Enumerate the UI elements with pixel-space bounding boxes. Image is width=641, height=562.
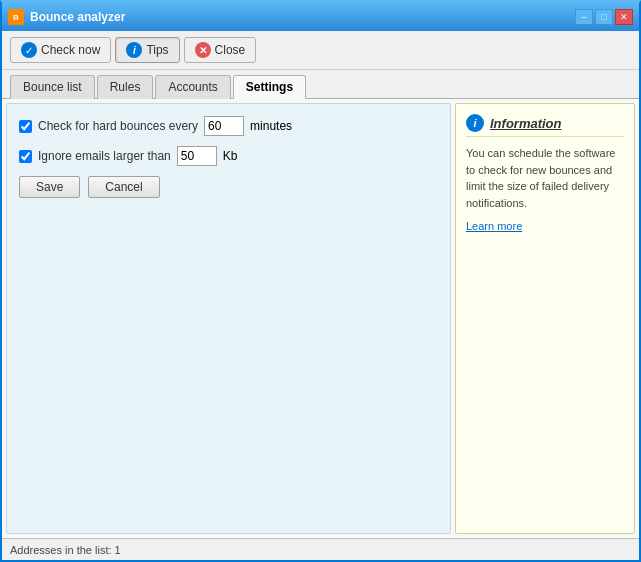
check-now-label: Check now xyxy=(41,43,100,57)
check-now-button[interactable]: ✓ Check now xyxy=(10,37,111,63)
ignore-emails-unit: Kb xyxy=(223,149,238,163)
check-now-icon: ✓ xyxy=(21,42,37,58)
tab-bounce-list[interactable]: Bounce list xyxy=(10,75,95,99)
status-text: Addresses in the list: 1 xyxy=(10,544,121,556)
window-controls: − □ ✕ xyxy=(575,9,633,25)
check-bounces-label: Check for hard bounces every xyxy=(38,119,198,133)
title-bar: B Bounce analyzer − □ ✕ xyxy=(2,3,639,31)
maximize-button[interactable]: □ xyxy=(595,9,613,25)
ignore-emails-input[interactable] xyxy=(177,146,217,166)
tab-settings[interactable]: Settings xyxy=(233,75,306,99)
tips-label: Tips xyxy=(146,43,168,57)
check-bounces-unit: minutes xyxy=(250,119,292,133)
content-area: Check for hard bounces every minutes Ign… xyxy=(2,99,639,538)
tab-accounts[interactable]: Accounts xyxy=(155,75,230,99)
check-bounces-checkbox[interactable] xyxy=(19,120,32,133)
main-window: B Bounce analyzer − □ ✕ ✓ Check now i Ti… xyxy=(0,0,641,562)
check-bounces-input[interactable] xyxy=(204,116,244,136)
learn-more-link[interactable]: Learn more xyxy=(466,220,522,232)
svg-text:B: B xyxy=(13,13,19,22)
minimize-button[interactable]: − xyxy=(575,9,593,25)
app-icon: B xyxy=(8,9,24,25)
tips-icon: i xyxy=(126,42,142,58)
window-title: Bounce analyzer xyxy=(30,10,575,24)
tab-bar: Bounce list Rules Accounts Settings xyxy=(2,70,639,99)
info-icon: i xyxy=(466,114,484,132)
info-title: Information xyxy=(490,116,562,131)
window-close-button[interactable]: ✕ xyxy=(615,9,633,25)
status-bar: Addresses in the list: 1 xyxy=(2,538,639,560)
ignore-emails-row: Ignore emails larger than Kb xyxy=(19,146,438,166)
close-icon: ✕ xyxy=(195,42,211,58)
tips-button[interactable]: i Tips xyxy=(115,37,179,63)
save-button[interactable]: Save xyxy=(19,176,80,198)
cancel-button[interactable]: Cancel xyxy=(88,176,159,198)
info-header: i Information xyxy=(466,114,624,137)
toolbar: ✓ Check now i Tips ✕ Close xyxy=(2,31,639,70)
ignore-emails-label: Ignore emails larger than xyxy=(38,149,171,163)
action-buttons: Save Cancel xyxy=(19,176,438,198)
info-panel: i Information You can schedule the softw… xyxy=(455,103,635,534)
tab-rules[interactable]: Rules xyxy=(97,75,154,99)
close-label: Close xyxy=(215,43,246,57)
check-bounces-row: Check for hard bounces every minutes xyxy=(19,116,438,136)
settings-panel: Check for hard bounces every minutes Ign… xyxy=(6,103,451,534)
info-description: You can schedule the software to check f… xyxy=(466,145,624,211)
close-button[interactable]: ✕ Close xyxy=(184,37,257,63)
ignore-emails-checkbox[interactable] xyxy=(19,150,32,163)
